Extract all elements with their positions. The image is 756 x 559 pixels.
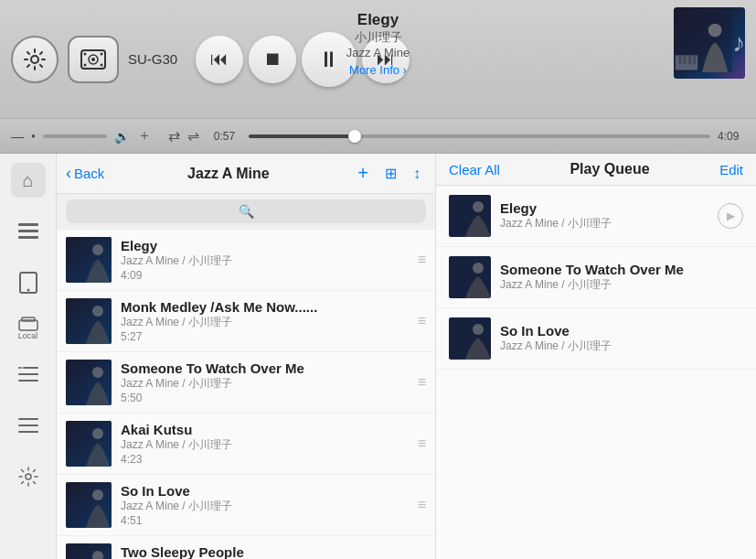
sidebar-item-menu2[interactable]	[11, 408, 46, 443]
add-track-button[interactable]: +	[352, 161, 374, 186]
back-chevron-icon: ‹	[66, 164, 71, 183]
speaker-icon-btn[interactable]	[68, 36, 119, 83]
svg-rect-11	[679, 55, 681, 64]
rewind-button[interactable]: ⏮	[196, 36, 243, 83]
track-item[interactable]: So In Love Jazz A Mine / 小川理子 4:51 ≡	[57, 475, 435, 536]
drag-handle-icon[interactable]: ≡	[418, 252, 426, 268]
grid-view-button[interactable]: ⊞	[379, 163, 402, 184]
track-name: Someone To Watch Over Me	[121, 360, 409, 376]
queue-item[interactable]: Elegy Jazz A Mine / 小川理子 ▶	[436, 186, 756, 247]
svg-point-31	[92, 244, 103, 255]
progress-bar-area: — ● 🔊 ＋ ⇄ ⇌ 0:57 4:09	[0, 119, 756, 154]
clear-all-button[interactable]: Clear All	[449, 162, 500, 177]
sidebar-item-list[interactable]	[11, 214, 46, 249]
svg-point-3	[91, 58, 95, 61]
track-name: Monk Medley /Ask Me Now......	[121, 299, 409, 315]
queue-track-name: So In Love	[500, 323, 743, 339]
settings-icon-btn[interactable]	[11, 36, 59, 83]
stop-button[interactable]: ⏹	[249, 36, 296, 83]
svg-rect-24	[18, 380, 38, 382]
track-thumbnail	[66, 543, 112, 559]
svg-point-47	[473, 324, 484, 335]
svg-point-33	[92, 306, 103, 317]
drag-handle-icon[interactable]: ≡	[418, 435, 426, 452]
queue-thumbnail	[449, 256, 491, 298]
track-duration: 4:09	[121, 269, 409, 282]
sidebar-item-tablet[interactable]	[11, 265, 46, 300]
top-bar: SU-G30 ⏮ ⏹ ⏸ ⏭ Elegy 小川理子 Jazz A Mine Mo…	[0, 0, 756, 119]
queue-item[interactable]: Someone To Watch Over Me Jazz A Mine / 小…	[436, 247, 756, 308]
device-controls: SU-G30	[11, 36, 177, 83]
queue-track-meta: Jazz A Mine / 小川理子	[500, 339, 743, 354]
track-thumbnail	[66, 237, 112, 283]
track-item[interactable]: Someone To Watch Over Me Jazz A Mine / 小…	[57, 352, 435, 414]
queue-header: Clear All Play Queue Edit	[436, 154, 756, 186]
track-info: Akai Kutsu Jazz A Mine / 小川理子 4:23	[121, 422, 409, 466]
edit-button[interactable]: Edit	[719, 162, 743, 177]
volume-speaker-icon: 🔊	[114, 129, 130, 144]
repeat-icon[interactable]: ⇄	[168, 127, 180, 145]
track-item[interactable]: Two Sleepy People Jazz A Mine / 小川理子 4:0…	[57, 536, 435, 559]
sort-button[interactable]: ↕	[408, 164, 426, 184]
sidebar-item-menu1[interactable]	[11, 357, 46, 392]
queue-track-name: Someone To Watch Over Me	[500, 262, 743, 277]
play-queue-panel: Clear All Play Queue Edit Elegy Jazz A M…	[436, 154, 756, 559]
svg-point-19	[27, 289, 29, 292]
queue-track-meta: Jazz A Mine / 小川理子	[500, 216, 708, 231]
progress-fill	[249, 134, 355, 138]
drag-handle-icon[interactable]: ≡	[418, 497, 426, 513]
svg-rect-28	[18, 431, 38, 433]
track-meta: Jazz A Mine / 小川理子	[121, 376, 409, 392]
svg-rect-16	[18, 230, 38, 232]
svg-rect-25	[20, 367, 24, 369]
track-name: Akai Kutsu	[121, 422, 409, 437]
queue-track-name: Elegy	[500, 200, 708, 216]
now-playing-artist: 小川理子	[346, 29, 410, 46]
back-button[interactable]: ‹ Back	[66, 164, 104, 183]
queue-thumbnail	[449, 317, 491, 360]
volume-plus-icon[interactable]: ＋	[137, 126, 152, 145]
progress-track[interactable]	[249, 134, 710, 138]
more-info-button[interactable]: More Info ›	[346, 63, 410, 77]
drag-handle-icon[interactable]: ≡	[418, 313, 426, 329]
track-duration: 5:27	[121, 330, 409, 343]
queue-track-info: Elegy Jazz A Mine / 小川理子	[500, 200, 708, 231]
drag-handle-icon[interactable]: ≡	[418, 374, 426, 391]
now-playing-info: Elegy 小川理子 Jazz A Mine More Info ›	[346, 11, 410, 77]
svg-point-45	[473, 263, 484, 274]
volume-down-icon: —	[11, 129, 24, 144]
shuffle-icon[interactable]: ⇌	[187, 127, 199, 145]
track-info: Two Sleepy People Jazz A Mine / 小川理子 4:0…	[121, 544, 409, 559]
track-info: So In Love Jazz A Mine / 小川理子 4:51	[121, 483, 409, 527]
track-info: Someone To Watch Over Me Jazz A Mine / 小…	[121, 360, 409, 404]
album-title: Jazz A Mine	[110, 166, 346, 182]
queue-track-info: So In Love Jazz A Mine / 小川理子	[500, 323, 743, 354]
svg-rect-14	[693, 55, 695, 64]
svg-rect-13	[688, 55, 690, 64]
track-list-header: ‹ Back Jazz A Mine + ⊞ ↕	[57, 154, 435, 194]
sidebar-item-settings[interactable]	[11, 459, 46, 494]
track-item[interactable]: Monk Medley /Ask Me Now...... Jazz A Min…	[57, 291, 435, 352]
queue-list: Elegy Jazz A Mine / 小川理子 ▶ Someone To Wa…	[436, 186, 756, 559]
svg-point-6	[84, 63, 87, 66]
track-meta: Jazz A Mine / 小川理子	[121, 253, 409, 269]
svg-point-0	[31, 56, 38, 63]
track-duration: 4:23	[121, 453, 409, 466]
search-bar	[57, 194, 435, 230]
svg-point-29	[26, 474, 31, 479]
track-item[interactable]: Elegy Jazz A Mine / 小川理子 4:09 ≡	[57, 230, 435, 291]
track-meta: Jazz A Mine / 小川理子	[121, 315, 409, 330]
sidebar-item-home[interactable]: ⌂	[11, 163, 46, 198]
sidebar-item-local[interactable]: Local	[18, 317, 38, 340]
search-input[interactable]	[66, 199, 426, 223]
progress-knob[interactable]	[348, 130, 361, 143]
queue-item[interactable]: So In Love Jazz A Mine / 小川理子	[436, 308, 756, 370]
queue-thumbnail	[449, 195, 491, 237]
track-item[interactable]: Akai Kutsu Jazz A Mine / 小川理子 4:23 ≡	[57, 414, 435, 475]
svg-rect-21	[22, 317, 35, 321]
track-thumbnail	[66, 421, 112, 467]
main-content: ⌂ Local	[0, 154, 756, 559]
volume-slider[interactable]	[43, 134, 107, 138]
queue-track-meta: Jazz A Mine / 小川理子	[500, 277, 743, 293]
queue-play-button[interactable]: ▶	[718, 203, 743, 229]
